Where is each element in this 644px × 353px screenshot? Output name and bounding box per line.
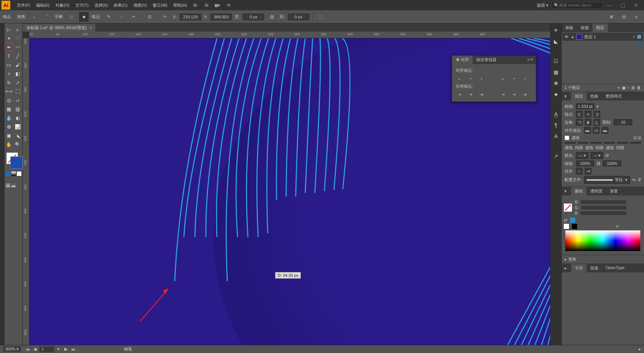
corner-miter-icon[interactable]: ◹ <box>576 119 583 126</box>
flip-x-icon[interactable]: ⇋ <box>632 177 636 182</box>
tab-align[interactable]: ◈ 对齐 <box>452 56 473 64</box>
width-tool-icon[interactable]: ⟷ <box>4 87 13 96</box>
tab-stroke[interactable]: 描边 <box>571 92 587 100</box>
scale-end-input[interactable]: 100% <box>603 160 621 166</box>
free-transform-tool-icon[interactable]: ⛶ <box>13 87 22 96</box>
gap-input[interactable] <box>578 142 589 144</box>
zoom-tool-icon[interactable]: 🔍 <box>13 140 22 149</box>
expand-color-icon[interactable]: ▾ <box>565 189 567 194</box>
cap-square-icon[interactable]: ⊐ <box>594 111 600 117</box>
dash-align-icon[interactable]: ⊡ ⊟ <box>633 135 641 140</box>
layer-row[interactable]: 👁 ▸ 图层 1 ○ <box>562 33 643 41</box>
align-vcenter-icon[interactable]: ⫟ <box>510 75 517 82</box>
paintbrush-tool-icon[interactable]: 🖌 <box>13 60 22 69</box>
properties-icon[interactable]: ☀ <box>552 27 560 34</box>
connect-anchor-icon[interactable]: ⟋ <box>116 12 126 22</box>
tab-color[interactable]: 颜色 <box>571 187 587 195</box>
r-slider[interactable] <box>581 200 626 204</box>
dash-checkbox[interactable] <box>565 135 569 140</box>
rotate-tool-icon[interactable]: ↻ <box>4 78 13 87</box>
tab-graphic-styles[interactable]: 图形样式 <box>602 92 626 100</box>
clover-icon[interactable]: ♣ <box>552 91 560 98</box>
artboard-tool-icon[interactable]: ▣ <box>4 131 13 140</box>
first-artboard-icon[interactable]: ⏮ <box>25 346 31 352</box>
link-wh-icon[interactable]: ⛓ <box>267 12 277 22</box>
swap-arrow-icon[interactable]: ⇄ <box>605 153 609 158</box>
dist-bottom-icon[interactable]: ⫥ <box>478 91 485 98</box>
tab-paragraph[interactable]: 段落 <box>587 264 602 272</box>
align-inside-icon[interactable]: ▭ <box>593 127 599 134</box>
stock-icon[interactable]: St <box>202 1 211 10</box>
scale-tool-icon[interactable]: ⤢ <box>13 78 22 87</box>
align-panel-icon[interactable]: ⊟ <box>619 12 629 22</box>
menu-effect[interactable]: 效果(C) <box>111 3 130 8</box>
new-sublayer-icon[interactable]: ▫ <box>628 85 629 90</box>
rectangle-tool-icon[interactable]: ▭ <box>4 60 13 69</box>
flip-y-icon[interactable]: ⇵ <box>638 177 641 182</box>
dist-hcenter-icon[interactable]: ⫣ <box>510 91 517 98</box>
type-tool-icon[interactable]: T <box>4 52 13 60</box>
status-menu-icon[interactable]: ▸ <box>639 347 641 352</box>
menu-select[interactable]: 选择(S) <box>92 3 111 8</box>
g-slider[interactable] <box>581 206 626 209</box>
tab-layers[interactable]: 图层 <box>593 24 608 32</box>
shape-icon[interactable]: ⬚ <box>316 12 325 22</box>
arrow-start-select[interactable]: — ▾ <box>576 152 588 159</box>
last-color-swatch[interactable] <box>570 218 575 223</box>
char-icon[interactable]: A̲ <box>552 110 560 118</box>
dist-top-icon[interactable]: ⫤ <box>456 91 463 98</box>
menu-edit[interactable]: 编辑(E) <box>33 3 53 8</box>
eraser-tool-icon[interactable]: ◧ <box>13 69 22 78</box>
color-mode-icon[interactable] <box>6 172 10 176</box>
curvature-tool-icon[interactable]: 〰 <box>13 43 22 52</box>
symbol-sprayer-tool-icon[interactable]: ✿ <box>4 122 13 131</box>
gap2-input[interactable] <box>604 142 615 144</box>
tab-character[interactable]: 字符 <box>571 264 587 272</box>
arrow-align1-icon[interactable]: → <box>576 168 583 174</box>
tab-pathfinder[interactable]: 路径查找器 <box>473 56 500 64</box>
h-input[interactable]: 0 px <box>288 14 309 20</box>
screen-mode-icon[interactable]: ▭ <box>6 183 10 188</box>
isolate-icon[interactable]: ⊡ <box>145 12 154 22</box>
gradient-tool-icon[interactable]: ▥ <box>13 105 22 113</box>
arrange-docs-icon[interactable]: ▦▾ <box>213 1 222 10</box>
arrow-end-select[interactable]: — ▾ <box>591 152 603 159</box>
align-anchor-icon[interactable]: ⊢ <box>160 12 170 22</box>
layout-icon[interactable]: ⊞ <box>606 12 616 22</box>
slice-tool-icon[interactable]: 🔪 <box>13 131 22 140</box>
prev-artboard-icon[interactable]: ◀ <box>32 346 38 352</box>
dist-left-icon[interactable]: ⫤ <box>499 91 506 98</box>
link-scale-icon[interactable]: ⛓ <box>597 161 601 166</box>
mesh-tool-icon[interactable]: ▦ <box>4 105 13 113</box>
horizontal-ruler[interactable]: 60 80 100 120 140 160 180 200 220 240 26… <box>29 32 550 38</box>
menu-help[interactable]: 帮助(H) <box>170 3 190 8</box>
bridge-icon[interactable]: Br <box>191 1 200 10</box>
remove-anchor-icon[interactable]: ✎ <box>104 12 113 22</box>
maximize-button[interactable]: ▢ <box>616 1 629 9</box>
close-button[interactable]: ✕ <box>629 1 643 9</box>
direct-selection-tool-icon[interactable]: ▹ <box>13 25 22 34</box>
expand-transform-icon[interactable]: ▸ <box>565 257 567 262</box>
swatches-icon[interactable]: ▦ <box>552 68 560 76</box>
fill-swatch[interactable] <box>564 204 572 212</box>
blend-tool-icon[interactable]: ◐ <box>13 113 22 122</box>
tab-links[interactable]: 链接 <box>577 24 593 32</box>
gap3-input[interactable] <box>630 142 641 144</box>
symbols-icon[interactable]: ❀ <box>552 80 560 87</box>
layer-name[interactable]: 图层 1 <box>584 34 596 40</box>
handle-hide-icon[interactable]: ◆ <box>79 12 89 22</box>
align-center-icon[interactable]: ▬ <box>584 127 591 134</box>
tab-transform[interactable]: 变换 <box>568 257 576 262</box>
locate-icon[interactable]: ⌖ <box>618 85 620 90</box>
w-input[interactable]: 0 px <box>243 14 264 20</box>
y-input[interactable]: 389.003 <box>210 14 232 20</box>
profile-select[interactable]: 等比 ▾ <box>584 176 630 184</box>
perspective-tool-icon[interactable]: ▱ <box>13 96 22 105</box>
libraries-icon[interactable]: ◣ <box>552 38 560 45</box>
cut-anchor-icon[interactable]: ✂ <box>129 12 138 22</box>
dist-right-icon[interactable]: ⫥ <box>521 91 529 98</box>
gpu-icon[interactable]: ⟲ <box>224 1 233 10</box>
shape-builder-tool-icon[interactable]: ◎ <box>4 96 13 105</box>
scale-start-input[interactable]: 100% <box>576 160 594 166</box>
visibility-icon[interactable]: 👁 <box>565 35 570 39</box>
